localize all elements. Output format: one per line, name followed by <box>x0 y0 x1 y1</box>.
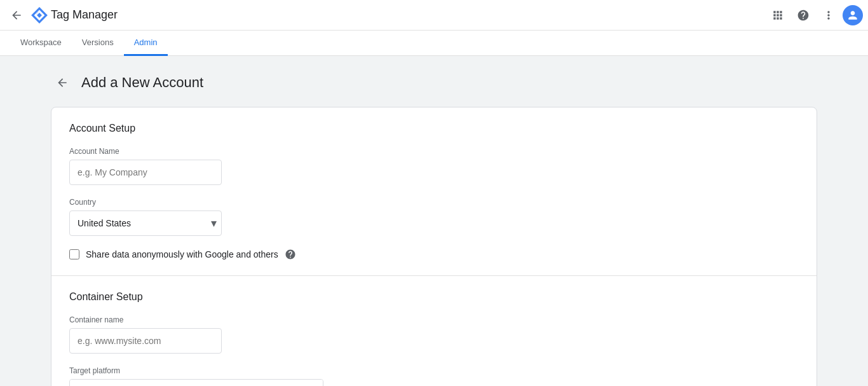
user-avatar[interactable] <box>843 5 863 25</box>
container-name-field-group: Container name <box>69 315 799 354</box>
subnav-item-workspace[interactable]: Workspace <box>10 31 72 56</box>
form-card: Account Setup Account Name Country Unite… <box>51 107 817 386</box>
subnav: Workspace Versions Admin <box>0 31 868 56</box>
main-content: Add a New Account Account Setup Account … <box>0 56 868 386</box>
page-back-button[interactable] <box>51 71 74 94</box>
more-button[interactable] <box>817 4 840 27</box>
container-setup-section: Container Setup Container name Target pl… <box>51 276 817 386</box>
topbar-left: Tag Manager <box>5 4 766 27</box>
page-header: Add a New Account <box>51 71 817 94</box>
topbar-right <box>766 4 863 27</box>
help-button[interactable] <box>792 4 815 27</box>
account-name-input[interactable] <box>69 160 222 185</box>
platform-options: Web For use on desktop and mobile web pa… <box>69 379 323 386</box>
container-name-label: Container name <box>69 315 799 324</box>
page-title: Add a New Account <box>81 74 203 91</box>
apps-button[interactable] <box>766 4 789 27</box>
topbar-back-button[interactable] <box>5 4 28 27</box>
account-setup-section: Account Setup Account Name Country Unite… <box>51 107 817 276</box>
account-name-label: Account Name <box>69 147 799 156</box>
account-setup-title: Account Setup <box>69 123 799 134</box>
country-label: Country <box>69 198 799 207</box>
account-name-field-group: Account Name <box>69 147 799 185</box>
app-title: Tag Manager <box>51 8 118 22</box>
share-data-label[interactable]: Share data anonymously with Google and o… <box>86 249 278 259</box>
subnav-item-versions[interactable]: Versions <box>72 31 124 56</box>
country-select-wrapper: United States United Kingdom Canada Aust… <box>69 210 222 236</box>
container-name-input[interactable] <box>69 328 222 354</box>
topbar: Tag Manager <box>0 0 868 31</box>
app-logo <box>31 6 48 24</box>
platform-option-web[interactable]: Web For use on desktop and mobile web pa… <box>70 380 323 386</box>
subnav-item-admin[interactable]: Admin <box>124 31 168 56</box>
country-select[interactable]: United States United Kingdom Canada Aust… <box>69 210 222 236</box>
target-platform-label: Target platform <box>69 366 799 375</box>
share-data-help-icon[interactable] <box>285 249 296 260</box>
target-platform-field-group: Target platform Web For use on desktop a… <box>69 366 799 386</box>
container-setup-title: Container Setup <box>69 291 799 303</box>
country-field-group: Country United States United Kingdom Can… <box>69 198 799 236</box>
share-data-checkbox[interactable] <box>69 249 79 259</box>
share-data-row: Share data anonymously with Google and o… <box>69 249 799 260</box>
